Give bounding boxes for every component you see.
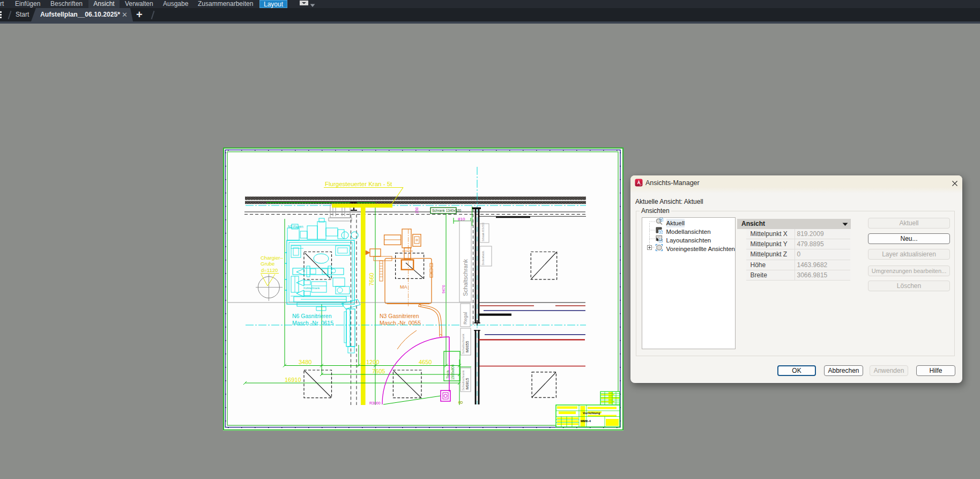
svg-text:Tisch: Tisch: [446, 370, 450, 379]
svg-text:4650: 4650: [419, 359, 432, 365]
svg-text:Regal: Regal: [463, 312, 468, 325]
svg-text:N3 Gasnitrieren: N3 Gasnitrieren: [380, 313, 419, 319]
svg-text:LT: LT: [640, 184, 642, 186]
svg-text:1500x800: 1500x800: [451, 364, 455, 380]
svg-text:d=1120: d=1120: [261, 267, 278, 273]
svg-text:Schrank 600x500: Schrank 600x500: [482, 222, 485, 241]
svg-text:7605: 7605: [372, 368, 385, 374]
svg-text:1200: 1200: [366, 359, 379, 365]
svg-text:Schaltschrank: Schaltschrank: [462, 370, 465, 390]
svg-text:9470: 9470: [442, 285, 446, 293]
svg-text:Flurgesteuerter Kran - 5t: Flurgesteuerter Kran - 5t: [325, 181, 392, 187]
svg-text:N6 Gasnitrieren: N6 Gasnitrieren: [292, 313, 332, 319]
svg-text:N2 Fluren: N2 Fluren: [288, 225, 303, 229]
svg-text:R3000: R3000: [369, 401, 381, 405]
svg-text:7660: 7660: [368, 273, 375, 286]
svg-text:Schaltschrank: Schaltschrank: [462, 259, 469, 296]
svg-text:M0815: M0815: [465, 378, 469, 389]
svg-text:16910: 16910: [285, 377, 301, 383]
svg-text:Schaltschrank: Schaltschrank: [462, 333, 465, 354]
svg-text:MA: MA: [400, 284, 407, 290]
svg-text:150: 150: [415, 207, 419, 213]
svg-text:Schrank 1340x520: Schrank 1340x520: [432, 209, 462, 212]
svg-text:Deckenheizk.: Deckenheizk.: [482, 250, 485, 265]
svg-text:MMK-4: MMK-4: [581, 419, 591, 423]
svg-text:M0055: M0055: [465, 341, 469, 352]
svg-text:3480: 3480: [299, 359, 311, 365]
svg-text:Kühlschrank: Kühlschrank: [303, 286, 320, 290]
svg-text:Chargier–: Chargier–: [261, 255, 283, 261]
svg-text:Grube: Grube: [261, 261, 274, 267]
svg-text:8: 8: [458, 401, 464, 404]
svg-text:Vorrichtung: Vorrichtung: [583, 411, 600, 415]
